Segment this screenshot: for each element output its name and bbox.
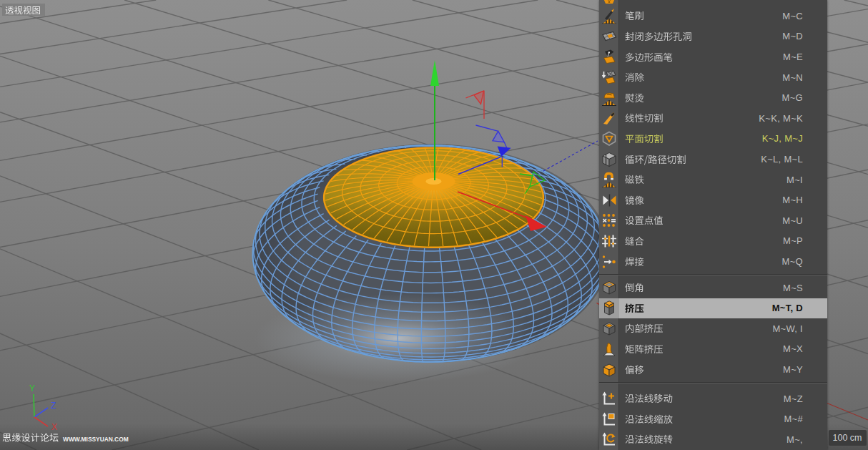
svg-text:WWW.MISSYUAN.COM: WWW.MISSYUAN.COM — [63, 436, 129, 443]
svg-text:Z: Z — [51, 401, 56, 411]
svg-text:100 cm: 100 cm — [833, 433, 862, 443]
svg-text:Y: Y — [29, 383, 35, 393]
svg-text:X: X — [51, 422, 57, 432]
